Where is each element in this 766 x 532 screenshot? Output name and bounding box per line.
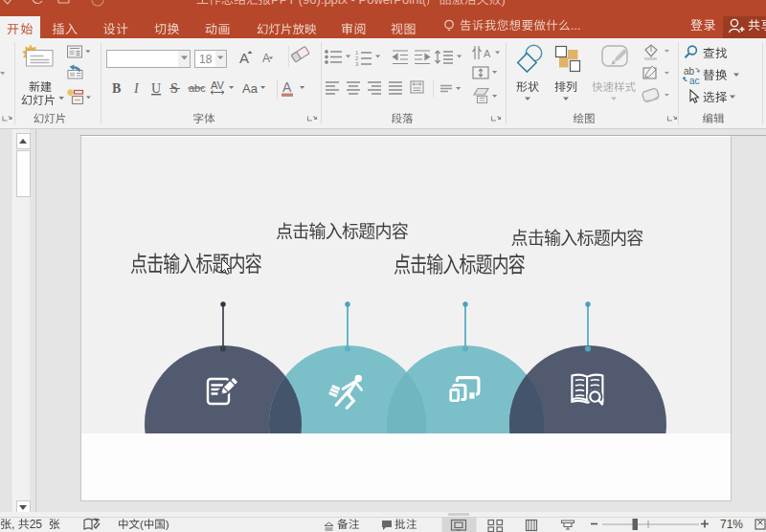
svg-text:Aa: Aa: [242, 81, 259, 96]
svg-text:3: 3: [355, 61, 359, 67]
svg-text:(: (: [140, 519, 144, 530]
svg-text:18: 18: [199, 53, 213, 66]
svg-text:): ): [502, 0, 506, 7]
svg-text:U: U: [151, 81, 161, 96]
svg-text:A: A: [262, 52, 270, 65]
svg-text:): ): [166, 519, 169, 530]
svg-text:I: I: [133, 81, 140, 96]
svg-text:A: A: [239, 50, 249, 66]
svg-text:71%: 71%: [720, 518, 743, 531]
svg-text:AV: AV: [211, 79, 225, 91]
svg-text:,: ,: [11, 518, 14, 531]
svg-text:A: A: [282, 79, 292, 95]
svg-text:B: B: [112, 81, 121, 96]
svg-text:...: ...: [571, 19, 580, 33]
svg-text:25: 25: [30, 518, 43, 531]
svg-text:ac: ac: [689, 76, 700, 86]
svg-text:PPT (96).pptx - PowerPoint(: PPT (96).pptx - PowerPoint(: [271, 0, 427, 7]
svg-text:A: A: [484, 48, 491, 59]
